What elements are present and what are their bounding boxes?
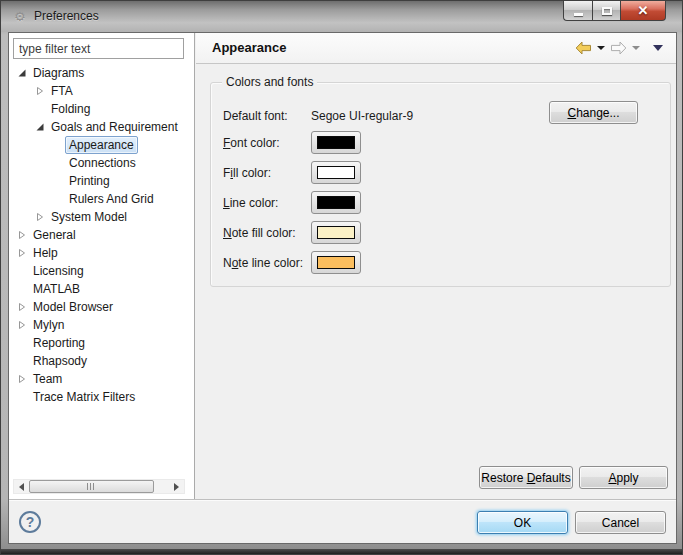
expand-arrow-icon[interactable] (33, 86, 47, 96)
window-title: Preferences (34, 9, 99, 23)
tree-item-printing[interactable]: Printing (9, 172, 193, 190)
default-font-row: Default font: Segoe UI-regular-9 Change.… (223, 105, 658, 128)
colors-and-fonts-group: Colors and fonts Default font: Segoe UI-… (210, 82, 671, 287)
tree-item-label: Reporting (29, 334, 89, 352)
tree-item-goals-and-requirement[interactable]: Goals and Requirement (9, 118, 193, 136)
tree-item-label: Appearance (65, 136, 138, 154)
tree-item-label: Connections (65, 154, 140, 172)
scroll-right-arrow-icon[interactable] (169, 480, 184, 493)
line-color-swatch-button[interactable] (311, 191, 361, 214)
tree-item-system-model[interactable]: System Model (9, 208, 193, 226)
tree-item-label: Help (29, 244, 62, 262)
cancel-button[interactable]: Cancel (575, 511, 666, 534)
history-nav (575, 41, 665, 55)
tree-item-diagrams[interactable]: Diagrams (9, 64, 193, 82)
line-color-label: Line color: (223, 196, 311, 210)
ok-button[interactable]: OK (477, 511, 568, 534)
tree-item-team[interactable]: Team (9, 370, 193, 388)
help-icon: ? (26, 514, 35, 530)
tree-item-label: Team (29, 370, 66, 388)
restore-defaults-button[interactable]: Restore Defaults (479, 466, 573, 489)
forward-history-dropdown-icon[interactable] (632, 46, 640, 50)
tree-item-mylyn[interactable]: Mylyn (9, 316, 193, 334)
sidebar-panel: DiagramsFTAFoldingGoals and RequirementA… (9, 33, 195, 499)
expand-arrow-icon[interactable] (15, 320, 29, 330)
collapse-arrow-icon[interactable] (15, 68, 29, 78)
tree-item-folding[interactable]: Folding (9, 100, 193, 118)
tree-item-reporting[interactable]: Reporting (9, 334, 193, 352)
tree-item-label: Trace Matrix Filters (29, 388, 139, 406)
tree-item-label: Folding (47, 100, 94, 118)
forward-arrow-icon[interactable] (610, 41, 627, 55)
tree-item-label: Licensing (29, 262, 88, 280)
tree-item-licensing[interactable]: Licensing (9, 262, 193, 280)
twisty-spacer (15, 392, 29, 402)
twisty-spacer (51, 176, 65, 186)
twisty-spacer (15, 356, 29, 366)
note-fill-color-row: Note fill color: (223, 221, 361, 244)
view-menu-icon[interactable] (653, 45, 663, 51)
default-font-value: Segoe UI-regular-9 (311, 109, 413, 123)
tree-item-general[interactable]: General (9, 226, 193, 244)
tree-item-appearance[interactable]: Appearance (9, 136, 193, 154)
note-line-color-swatch-button[interactable] (311, 251, 361, 274)
twisty-spacer (33, 104, 47, 114)
twisty-spacer (15, 338, 29, 348)
scroll-left-arrow-icon[interactable] (14, 480, 29, 493)
scrollbar-grip-icon (87, 483, 96, 490)
twisty-spacer (51, 158, 65, 168)
caption-buttons: ✕ (563, 1, 666, 21)
tree-item-matlab[interactable]: MATLAB (9, 280, 193, 298)
fill-color-swatch (317, 166, 355, 179)
tree-item-connections[interactable]: Connections (9, 154, 193, 172)
footer: ? OK Cancel (9, 501, 676, 543)
back-arrow-icon[interactable] (575, 41, 592, 55)
fill-color-swatch-button[interactable] (311, 161, 361, 184)
expand-arrow-icon[interactable] (15, 248, 29, 258)
tree-item-label: Diagrams (29, 64, 88, 82)
dialog-client-area: DiagramsFTAFoldingGoals and RequirementA… (8, 32, 677, 544)
apply-button[interactable]: Apply (579, 466, 668, 489)
back-history-dropdown-icon[interactable] (597, 46, 605, 50)
tree-item-fta[interactable]: FTA (9, 82, 193, 100)
group-title: Colors and fonts (222, 75, 317, 89)
detail-panel: Appearance Colors and fonts (196, 33, 676, 499)
tree-item-model-browser[interactable]: Model Browser (9, 298, 193, 316)
tree-item-trace-matrix-filters[interactable]: Trace Matrix Filters (9, 388, 193, 406)
filter-input[interactable] (13, 38, 184, 59)
note-fill-color-swatch (317, 226, 355, 239)
line-color-swatch (317, 196, 355, 209)
change-font-button[interactable]: Change... (549, 101, 638, 124)
note-fill-color-label: Note fill color: (223, 226, 311, 240)
note-line-color-swatch (317, 256, 355, 269)
font-color-label: Font color: (223, 136, 311, 150)
note-line-color-row: Note line color: (223, 251, 361, 274)
collapse-arrow-icon[interactable] (33, 122, 47, 132)
expand-arrow-icon[interactable] (15, 374, 29, 384)
close-button[interactable]: ✕ (621, 1, 666, 21)
page-header: Appearance (196, 33, 676, 64)
note-fill-color-swatch-button[interactable] (311, 221, 361, 244)
horizontal-scrollbar[interactable] (13, 479, 185, 494)
font-color-swatch-button[interactable] (311, 131, 361, 154)
font-color-swatch (317, 136, 355, 149)
tree-item-rhapsody[interactable]: Rhapsody (9, 352, 193, 370)
expand-arrow-icon[interactable] (15, 302, 29, 312)
tree-item-help[interactable]: Help (9, 244, 193, 262)
tree-item-label: Rulers And Grid (65, 190, 158, 208)
help-button[interactable]: ? (19, 511, 41, 533)
maximize-button[interactable] (592, 1, 621, 21)
twisty-spacer (15, 266, 29, 276)
twisty-spacer (51, 194, 65, 204)
expand-arrow-icon[interactable] (33, 212, 47, 222)
tree-item-label: FTA (47, 82, 77, 100)
tree-item-label: Mylyn (29, 316, 68, 334)
expand-arrow-icon[interactable] (15, 230, 29, 240)
scrollbar-thumb[interactable] (29, 480, 154, 493)
tree-item-label: General (29, 226, 80, 244)
fill-color-label: Fill color: (223, 166, 311, 180)
app-gear-icon: ⚙ (14, 9, 29, 24)
minimize-button[interactable] (563, 1, 592, 21)
tree-item-label: Printing (65, 172, 114, 190)
tree-item-rulers-and-grid[interactable]: Rulers And Grid (9, 190, 193, 208)
